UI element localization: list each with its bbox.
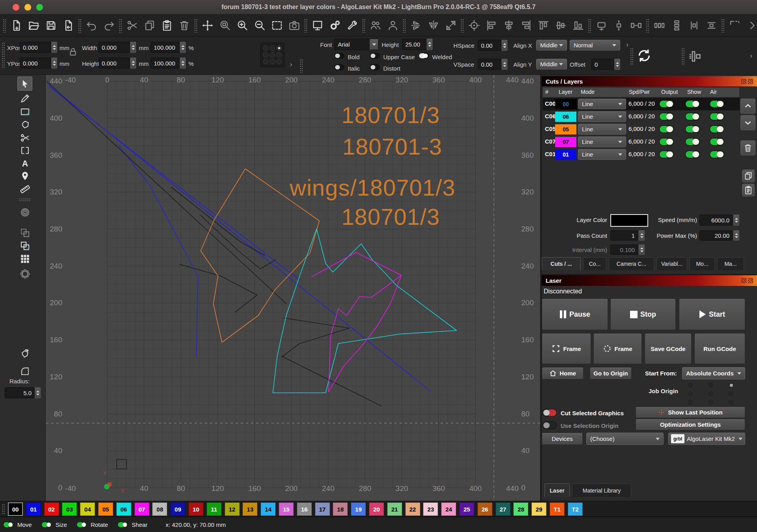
layer-air-toggle[interactable] [710, 151, 724, 158]
layer-mode-dropdown[interactable]: Line [578, 124, 626, 134]
drag-handle[interactable] [721, 19, 725, 33]
ypos-spinner[interactable] [51, 58, 57, 69]
round-corners-tool[interactable] [17, 364, 32, 378]
mirror-horizontal-icon[interactable] [425, 17, 442, 34]
shape-polyline[interactable] [117, 459, 127, 469]
layer-row-C05[interactable]: C0505Line6,000 / 20 [543, 123, 740, 136]
palette-swatch-29[interactable]: 29 [531, 502, 546, 516]
layer-row-C07[interactable]: C0707Line6,000 / 20 [543, 136, 740, 148]
copy-layer-settings-button[interactable] [742, 170, 755, 182]
close-panel-icon[interactable] [748, 278, 753, 283]
layer-air-toggle[interactable] [710, 113, 724, 120]
vspace-spinner[interactable] [502, 59, 507, 70]
goto-origin-button[interactable]: Go to Origin [590, 367, 632, 379]
job-origin-point-8[interactable] [727, 399, 735, 406]
anchor-point-0[interactable] [263, 45, 268, 51]
layer-air-toggle[interactable] [710, 138, 724, 146]
speed-spinner[interactable] [733, 215, 739, 226]
port-choose-dropdown[interactable]: (Choose) [586, 433, 664, 445]
shape-polyline[interactable] [200, 215, 276, 269]
height-spinner[interactable] [130, 58, 136, 69]
layer-air-toggle[interactable] [710, 100, 724, 108]
height-field[interactable]: 0.000 [99, 58, 130, 69]
redo-icon[interactable] [100, 17, 117, 34]
vspace-field[interactable]: 0.00 [478, 59, 502, 70]
layer-color-chip[interactable]: 01 [555, 149, 576, 160]
tab-variabl-[interactable]: Variabl... [656, 257, 687, 270]
interval-field[interactable]: 0.100 [610, 245, 638, 255]
job-origin-point-5[interactable] [727, 390, 735, 398]
palette-swatch-07[interactable]: 07 [134, 502, 149, 516]
anchor-point-3[interactable] [263, 52, 268, 58]
shape-polyline[interactable] [47, 81, 286, 304]
height-percent-spinner[interactable] [180, 58, 186, 69]
width-percent-field[interactable]: 100.000 [151, 42, 180, 53]
hspace-spinner[interactable] [502, 40, 507, 51]
layer-show-toggle[interactable] [685, 151, 700, 158]
palette-swatch-20[interactable]: 20 [369, 502, 384, 516]
drag-handle[interactable] [588, 19, 591, 33]
anchor-point-2[interactable] [276, 45, 282, 51]
uppercase-toggle[interactable] [370, 53, 380, 59]
layer-show-toggle[interactable] [685, 138, 700, 146]
frame-rect-button[interactable]: Frame [542, 333, 591, 364]
palette-swatch-25[interactable]: 25 [459, 502, 474, 516]
save-gcode-button[interactable]: Save GCode [645, 333, 692, 364]
pause-button[interactable]: Pause [542, 299, 608, 330]
palette-swatch-17[interactable]: 17 [315, 502, 330, 516]
zoom-out-icon[interactable] [251, 17, 268, 34]
palette-swatch-23[interactable]: 23 [423, 502, 438, 516]
device-settings-icon[interactable] [326, 17, 343, 34]
layer-speed-power[interactable]: 6,000 / 20 [628, 100, 655, 107]
optimization-settings-button[interactable]: Optimization Settings [636, 419, 745, 430]
layer-mode-dropdown[interactable]: Line [578, 136, 626, 147]
pass-count-field[interactable]: 1 [610, 230, 638, 241]
paste-layer-settings-button[interactable] [742, 184, 755, 196]
layer-mode-dropdown[interactable]: Line [578, 111, 626, 122]
power-max-spinner[interactable] [733, 230, 739, 241]
start-button[interactable]: Start [679, 299, 745, 330]
move-layer-up-button[interactable] [740, 99, 755, 114]
move-handle-toggle[interactable] [3, 522, 13, 528]
job-origin-point-3[interactable] [686, 390, 694, 398]
layer-speed-power[interactable]: 6,000 / 20 [628, 138, 655, 145]
anchor-point-4[interactable] [270, 52, 275, 58]
corner-frame-icon[interactable] [726, 17, 743, 34]
italic-toggle[interactable] [334, 64, 344, 70]
job-origin-point-0[interactable] [686, 381, 694, 389]
palette-swatch-19[interactable]: 19 [351, 502, 366, 516]
position-laser-tool[interactable] [17, 169, 32, 183]
ypos-field[interactable]: 0.000 [20, 58, 51, 69]
dock-panel-icon[interactable] [688, 49, 702, 63]
palette-swatch-27[interactable]: 27 [496, 502, 511, 516]
shape-polyline[interactable] [118, 145, 198, 357]
align-bottom-icon[interactable] [569, 17, 587, 34]
shape-polyline[interactable] [49, 87, 300, 280]
drag-handle[interactable] [2, 42, 5, 69]
width-field[interactable]: 0.000 [99, 42, 130, 53]
palette-swatch-28[interactable]: 28 [513, 502, 528, 516]
drag-handle[interactable] [2, 504, 5, 515]
width-percent-spinner[interactable] [180, 42, 186, 53]
weld-shapes-tool[interactable] [17, 226, 32, 240]
chevron-right-icon[interactable]: › [290, 60, 292, 69]
layer-output-toggle[interactable] [659, 138, 674, 146]
palette-swatch-02[interactable]: 02 [44, 502, 59, 516]
float-panel-icon[interactable] [741, 79, 746, 84]
draw-lines-tool[interactable] [17, 91, 32, 105]
open-file-icon[interactable] [25, 17, 42, 34]
chevron-right-icon[interactable]: › [626, 41, 628, 49]
palette-swatch-24[interactable]: 24 [441, 502, 456, 516]
drag-handle[interactable] [681, 48, 685, 66]
drag-handle[interactable] [3, 19, 6, 33]
tab-cuts-[interactable]: Cuts / ... [542, 257, 581, 270]
shape-polyline[interactable] [311, 252, 401, 277]
layer-color-chip[interactable]: 07 [555, 137, 576, 147]
palette-swatch-T2[interactable]: T2 [568, 502, 583, 516]
font-dropdown[interactable]: Arial [334, 39, 378, 50]
move-layer-down-button[interactable] [740, 115, 755, 130]
radius-field[interactable]: 5.0 [5, 387, 35, 398]
offset-spinner[interactable] [614, 59, 620, 70]
layer-output-toggle[interactable] [659, 100, 674, 108]
palette-swatch-00[interactable]: 00 [8, 502, 23, 516]
